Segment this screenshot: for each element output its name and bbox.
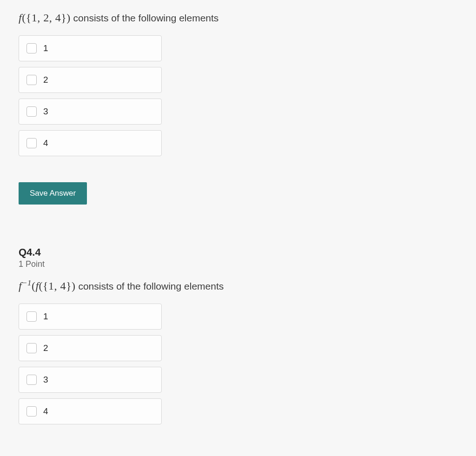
question2-math: f−1(f({1, 4}) <box>19 280 76 292</box>
question-block-1: f({1, 2, 4}) consists of the following e… <box>19 9 457 205</box>
question2-text: consists of the following elements <box>78 281 224 291</box>
question1-prompt: f({1, 2, 4}) consists of the following e… <box>19 9 457 26</box>
option-label: 1 <box>43 43 48 53</box>
option-checkbox-4[interactable] <box>26 138 37 148</box>
option-checkbox-3[interactable] <box>26 375 37 385</box>
question2-header: Q4.4 <box>19 246 457 258</box>
question-block-2: Q4.4 1 Point f−1(f({1, 4}) consists of t… <box>19 246 457 424</box>
option-row[interactable]: 1 <box>19 304 162 330</box>
option-label: 3 <box>43 375 48 385</box>
option-row[interactable]: 2 <box>19 335 162 361</box>
option-label: 4 <box>43 138 48 148</box>
option-label: 3 <box>43 106 48 117</box>
option-label: 1 <box>43 311 48 322</box>
option-row[interactable]: 3 <box>19 99 162 125</box>
option-label: 2 <box>43 343 48 353</box>
option-row[interactable]: 3 <box>19 367 162 393</box>
question2-points: 1 Point <box>19 259 457 269</box>
option-checkbox-2[interactable] <box>26 343 37 353</box>
question2-prompt: f−1(f({1, 4}) consists of the following … <box>19 278 457 294</box>
option-checkbox-1[interactable] <box>26 311 37 322</box>
question1-text: consists of the following elements <box>73 13 219 23</box>
option-row[interactable]: 4 <box>19 130 162 156</box>
save-answer-button[interactable]: Save Answer <box>19 182 87 205</box>
option-checkbox-1[interactable] <box>26 43 37 53</box>
option-label: 4 <box>43 406 48 416</box>
quiz-container: f({1, 2, 4}) consists of the following e… <box>0 0 476 424</box>
option-checkbox-3[interactable] <box>26 106 37 117</box>
option-row[interactable]: 2 <box>19 67 162 93</box>
option-checkbox-4[interactable] <box>26 406 37 416</box>
option-row[interactable]: 4 <box>19 398 162 424</box>
option-label: 2 <box>43 75 48 85</box>
option-checkbox-2[interactable] <box>26 75 37 85</box>
option-row[interactable]: 1 <box>19 35 162 61</box>
question1-math: f({1, 2, 4}) <box>19 12 71 24</box>
